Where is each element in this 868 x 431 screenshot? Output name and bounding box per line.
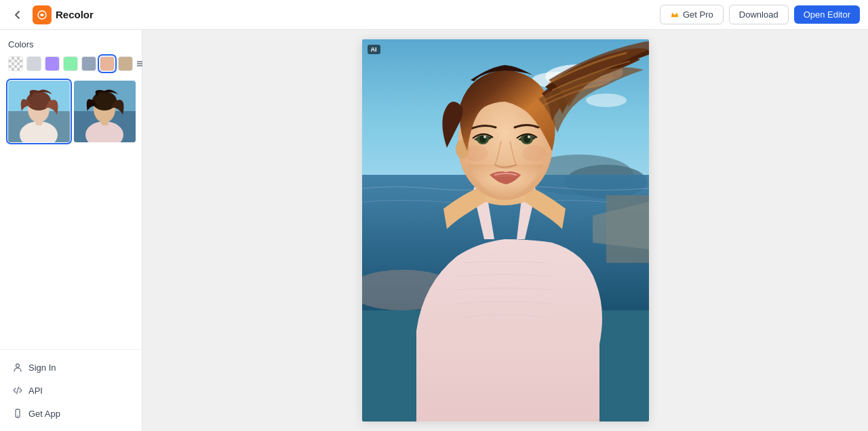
svg-point-38 xyxy=(522,145,547,161)
get-pro-label: Get Pro xyxy=(683,9,713,20)
sidebar-item-sign-in[interactable]: Sign In xyxy=(8,356,134,378)
sign-in-label: Sign In xyxy=(28,363,56,373)
sidebar: Colors xyxy=(0,30,142,431)
sidebar-bottom: Sign In API Get App xyxy=(0,349,142,431)
swatch-blue-gray[interactable] xyxy=(81,56,96,71)
swatch-peach[interactable] xyxy=(100,56,115,71)
ai-badge: AI xyxy=(368,45,380,54)
sidebar-top: Colors xyxy=(0,30,142,349)
logo-icon xyxy=(33,5,52,24)
download-button[interactable]: Download xyxy=(729,5,789,24)
colors-section-title: Colors xyxy=(8,39,134,49)
thumbnails-grid xyxy=(8,81,134,142)
back-button[interactable] xyxy=(8,5,27,24)
swatch-checkered[interactable] xyxy=(8,56,23,71)
swatch-purple[interactable] xyxy=(45,56,60,71)
swatch-green[interactable] xyxy=(63,56,78,71)
download-label: Download xyxy=(739,9,778,20)
thumbnail-item-1[interactable] xyxy=(8,81,70,142)
get-pro-button[interactable]: Get Pro xyxy=(660,5,724,24)
sidebar-item-get-app[interactable]: Get App xyxy=(8,403,134,424)
svg-point-19 xyxy=(17,415,18,417)
open-editor-button[interactable]: Open Editor xyxy=(794,5,860,24)
code-icon xyxy=(12,385,23,396)
app-logo[interactable]: Recolor xyxy=(33,5,94,24)
sidebar-item-api[interactable]: API xyxy=(8,379,134,401)
swatch-tan[interactable] xyxy=(118,56,133,71)
phone-icon xyxy=(12,408,23,419)
crown-icon xyxy=(670,10,679,20)
color-swatches xyxy=(8,56,134,71)
svg-line-17 xyxy=(17,387,19,394)
svg-point-24 xyxy=(586,94,627,107)
body-layout: Colors xyxy=(0,30,868,431)
get-app-label: Get App xyxy=(28,409,60,419)
person-icon xyxy=(12,362,23,373)
main-canvas-area: AI xyxy=(142,30,868,431)
svg-point-33 xyxy=(484,136,486,138)
swatch-light-gray[interactable] xyxy=(26,56,41,71)
canvas-image-container: AI xyxy=(362,39,649,422)
portrait-image xyxy=(362,39,649,422)
logo-text: Recolor xyxy=(56,9,94,20)
header: Recolor Get Pro Download Open Editor xyxy=(0,0,868,30)
svg-point-16 xyxy=(16,364,20,367)
thumbnail-item-2[interactable] xyxy=(74,81,136,142)
open-editor-label: Open Editor xyxy=(804,9,850,20)
svg-point-36 xyxy=(528,136,530,138)
api-label: API xyxy=(28,386,43,396)
